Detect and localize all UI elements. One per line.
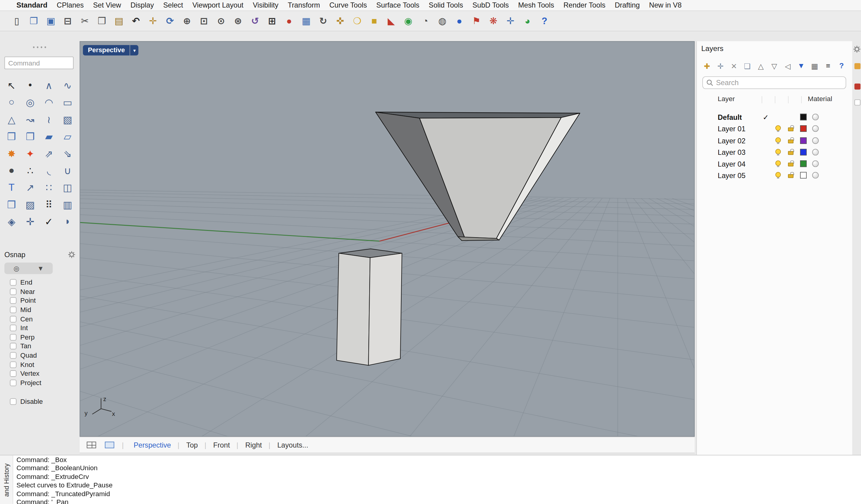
toolbar-group-tab[interactable]: Visibility [253, 1, 278, 9]
open-file-icon[interactable]: ❐ [28, 14, 40, 28]
toolbar-group-tab[interactable]: New in V8 [649, 1, 682, 9]
layer-material-icon[interactable] [812, 114, 819, 120]
layer-lock-icon[interactable] [788, 175, 793, 178]
transform-tool[interactable]: ✛ [21, 213, 40, 230]
earth-icon[interactable]: ◕ [522, 14, 533, 28]
toolbar-group-tab[interactable]: Set View [93, 1, 121, 9]
toolbar-group-tab[interactable]: Select [163, 1, 183, 9]
osnap-option[interactable]: Quad [10, 351, 41, 360]
osnap-checkbox[interactable] [10, 279, 17, 286]
toolbar-group-tab[interactable]: Solid Tools [429, 1, 463, 9]
cylinder-tool[interactable]: ▰ [40, 128, 58, 145]
viewport-title[interactable]: Perspective [83, 45, 130, 56]
osnap-option[interactable]: Perp [10, 332, 41, 342]
viewport-tab[interactable]: Perspective [126, 441, 179, 449]
mesh-icon[interactable]: ▦ [300, 14, 312, 28]
osnap-filter-toggle[interactable]: ▼ [29, 262, 53, 274]
toolbar-group-tab[interactable]: Mesh Tools [518, 1, 554, 9]
new-layer-icon[interactable]: ✚ [702, 61, 712, 70]
toolbar-group-tab[interactable]: Viewport Layout [192, 1, 244, 9]
select-tool[interactable]: ↖ [2, 77, 21, 94]
osnap-option[interactable]: Near [10, 287, 41, 296]
viewport-tab[interactable]: Top [179, 441, 205, 449]
layer-visibility-bulb-icon[interactable] [775, 137, 781, 142]
osnap-option[interactable]: Project [10, 378, 41, 387]
toolbar-group-tab[interactable]: Drafting [615, 1, 640, 9]
layer-row[interactable]: Default ✓ [697, 112, 853, 123]
panel-menu-icon[interactable]: ≡ [823, 61, 833, 70]
four-viewports-icon[interactable] [87, 441, 96, 448]
print-icon[interactable]: ⊟ [62, 14, 73, 28]
column-tool[interactable]: ▥ [58, 196, 77, 213]
lock-icon[interactable]: ■ [368, 14, 380, 28]
osnap-option[interactable]: Knot [10, 360, 41, 369]
rotate-view-icon[interactable]: ⟳ [164, 14, 176, 28]
layer-material-icon[interactable] [812, 137, 819, 144]
perspective-viewport[interactable]: z y x Perspective ▾ [80, 41, 695, 437]
layer-lock-icon[interactable] [788, 128, 793, 132]
flag-icon[interactable]: ⚑ [470, 14, 482, 28]
toolbar-group-tab[interactable]: Surface Tools [376, 1, 419, 9]
layer-color-swatch[interactable] [800, 114, 807, 120]
layer-material-icon[interactable] [812, 172, 819, 179]
osnap-checkbox[interactable] [10, 288, 17, 295]
settings-gears-icon[interactable]: ❋ [488, 14, 499, 28]
polygon-tool[interactable]: △ [2, 111, 21, 128]
toolbar-group-tab[interactable]: Transform [288, 1, 320, 9]
text-tool[interactable]: T [2, 179, 21, 196]
grid-points-tool[interactable]: ⠿ [40, 196, 58, 213]
command-input[interactable] [4, 56, 73, 69]
osnap-option[interactable]: Mid [10, 305, 41, 314]
zoom-window-icon[interactable]: ⊡ [198, 14, 210, 28]
layer-visibility-bulb-icon[interactable] [775, 161, 781, 166]
undo-icon[interactable]: ↶ [130, 14, 141, 28]
copy-icon[interactable]: ❒ [96, 14, 108, 28]
deform-tool[interactable]: ◈ [2, 213, 21, 230]
osnap-option[interactable]: Tan [10, 342, 41, 351]
layer-color-swatch[interactable] [800, 172, 807, 179]
layer-lock-icon[interactable] [788, 139, 793, 144]
osnap-settings-gear-icon[interactable] [68, 251, 76, 258]
pan-hand-icon[interactable]: ✛ [147, 14, 159, 28]
layer-row[interactable]: Layer 02 [697, 135, 853, 147]
point-cloud-tool[interactable]: ∴ [21, 162, 40, 179]
analyze-icon[interactable]: ◔ [420, 14, 431, 28]
osnap-checkbox[interactable] [10, 352, 17, 359]
freeform-tool[interactable]: ↝ [21, 111, 40, 128]
layer-lock-icon[interactable] [788, 163, 793, 167]
layer-table-icon[interactable]: ▦ [810, 61, 819, 70]
zoom-extents-icon[interactable]: ⊛ [232, 14, 244, 28]
layer-row[interactable]: Layer 04 [697, 159, 853, 170]
render-icon[interactable]: ◣ [385, 14, 397, 28]
help-icon[interactable]: ? [539, 14, 550, 28]
arc-tool[interactable]: ◠ [40, 94, 58, 111]
polyline-tool[interactable]: ∧ [40, 77, 58, 94]
layer-row[interactable]: Layer 01 [697, 123, 853, 135]
gumball-icon[interactable]: ✜ [334, 14, 346, 28]
offset-tool[interactable]: ⇘ [58, 145, 77, 162]
layer-color-swatch[interactable] [800, 149, 807, 155]
curve-tool[interactable]: ∿ [58, 77, 77, 94]
layers-search-box[interactable] [702, 76, 846, 89]
3d-scene[interactable] [80, 112, 695, 437]
viewport-tab[interactable]: Front [205, 441, 237, 449]
side-tab-icon-1[interactable] [855, 63, 860, 69]
move-up-icon[interactable]: △ [756, 61, 765, 70]
layer-visibility-bulb-icon[interactable] [775, 172, 781, 178]
viewport-menu-arrow-icon[interactable]: ▾ [130, 45, 138, 56]
blend-tool[interactable]: ∪ [58, 162, 77, 179]
side-tab-icon-3[interactable] [855, 99, 860, 105]
panel-gear-icon[interactable] [853, 45, 861, 53]
collapse-icon[interactable]: ◁ [783, 61, 793, 70]
layer-visibility-bulb-icon[interactable] [775, 125, 781, 131]
toolbar-group-tab[interactable]: Curve Tools [329, 1, 367, 9]
osnap-checkbox[interactable] [10, 325, 17, 331]
toolbar-group-tab[interactable]: Render Tools [563, 1, 605, 9]
viewport-tab[interactable]: Layouts... [270, 441, 316, 449]
leader-tool[interactable]: ↗ [21, 179, 40, 196]
layer-color-swatch[interactable] [800, 125, 807, 132]
toolbar-group-tab[interactable]: CPlanes [57, 1, 84, 9]
osnap-checkbox[interactable] [10, 379, 17, 386]
layer-color-swatch[interactable] [800, 137, 807, 144]
circle-tool[interactable]: ○ [2, 94, 21, 111]
